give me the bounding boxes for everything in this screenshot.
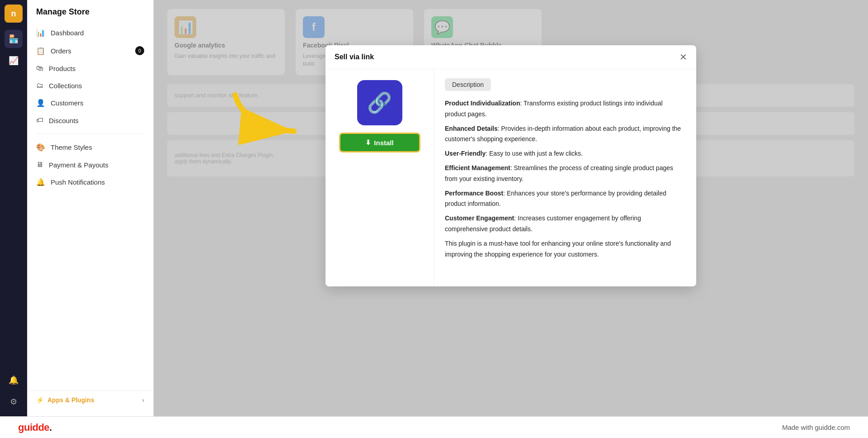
sidebar: Manage Store 📊 Dashboard 📋 Orders 0 🛍 Pr… xyxy=(27,0,154,416)
desc-line-7: This plugin is a must-have tool for enha… xyxy=(445,238,685,260)
logo-text: guidde xyxy=(18,422,49,433)
sidebar-item-label: Dashboard xyxy=(51,29,84,37)
push-icon: 🔔 xyxy=(36,178,45,186)
rail-icon-store[interactable]: 🏪 xyxy=(5,30,23,48)
modal-sell-via-link: Sell via link ✕ 🔗 ⬇ Install Description xyxy=(326,45,696,286)
sidebar-item-products[interactable]: 🛍 Products xyxy=(27,60,153,77)
discounts-icon: 🏷 xyxy=(36,116,43,124)
theme-icon: 🎨 xyxy=(36,143,45,152)
sidebar-item-label: Payment & Payouts xyxy=(49,161,108,169)
sidebar-apps-plugins[interactable]: ⚡ Apps & Plugins › xyxy=(27,390,153,409)
download-icon: ⬇ xyxy=(365,138,371,147)
desc-line-6: Customer Engagement: Increases customer … xyxy=(445,213,685,235)
main-content: 📊 Google analytics Gain valuable insight… xyxy=(154,0,868,416)
sidebar-divider xyxy=(36,133,144,134)
sidebar-item-dashboard[interactable]: 📊 Dashboard xyxy=(27,24,153,42)
modal-title: Sell via link xyxy=(335,53,374,61)
apps-label: Apps & Plugins xyxy=(47,396,94,404)
install-button[interactable]: ⬇ Install xyxy=(339,133,420,152)
modal-header: Sell via link ✕ xyxy=(326,45,696,69)
sidebar-item-label: Orders xyxy=(51,47,71,55)
sidebar-item-collections[interactable]: 🗂 Collections xyxy=(27,77,153,94)
desc-line-1: Product Individualization: Transforms ex… xyxy=(445,98,685,120)
collections-icon: 🗂 xyxy=(36,81,43,90)
apps-icon: ⚡ xyxy=(36,396,44,404)
sidebar-item-push[interactable]: 🔔 Push Notifications xyxy=(27,173,153,191)
modal-left-panel: 🔗 ⬇ Install xyxy=(326,69,434,286)
dashboard-icon: 📊 xyxy=(36,29,45,37)
rail-icon-notifications[interactable]: 🔔 xyxy=(5,371,23,389)
modal-body: 🔗 ⬇ Install Description Product Individu… xyxy=(326,69,696,286)
plugin-icon: 🔗 xyxy=(357,80,402,125)
sidebar-item-label: Customers xyxy=(51,99,84,107)
sidebar-item-discounts[interactable]: 🏷 Discounts xyxy=(27,112,153,129)
modal-close-button[interactable]: ✕ xyxy=(679,52,687,62)
rail-icon-settings[interactable]: ⚙ xyxy=(5,393,23,411)
orders-badge: 0 xyxy=(135,46,144,55)
desc-line-4: Efficient Management: Streamlines the pr… xyxy=(445,163,685,185)
sidebar-item-customers[interactable]: 👤 Customers xyxy=(27,94,153,112)
sidebar-title: Manage Store xyxy=(27,7,153,24)
sidebar-item-label: Discounts xyxy=(49,117,79,124)
sidebar-item-label: Products xyxy=(49,65,75,72)
customers-icon: 👤 xyxy=(36,99,45,107)
sidebar-item-label: Collections xyxy=(49,82,82,90)
description-tab[interactable]: Description xyxy=(445,78,491,91)
footer-credit: Made with guidde.com xyxy=(782,424,850,431)
logo-dot: . xyxy=(49,422,52,433)
sidebar-item-label: Push Notifications xyxy=(51,178,105,186)
modal-right-panel: Description Product Individualization: T… xyxy=(434,69,696,286)
rail-icon-analytics[interactable]: 📈 xyxy=(5,52,23,70)
desc-line-3: User-Friendly: Easy to use with just a f… xyxy=(445,148,685,159)
sidebar-item-orders[interactable]: 📋 Orders 0 xyxy=(27,42,153,60)
sidebar-item-theme-styles[interactable]: 🎨 Theme Styles xyxy=(27,138,153,156)
payment-icon: 🖥 xyxy=(36,161,43,169)
desc-line-5: Performance Boost: Enhances your store's… xyxy=(445,188,685,210)
sidebar-item-payment[interactable]: 🖥 Payment & Payouts xyxy=(27,156,153,173)
footer: guidde. Made with guidde.com xyxy=(0,416,868,438)
orders-icon: 📋 xyxy=(36,47,45,55)
icon-rail: n 🏪 📈 🔔 ⚙ xyxy=(0,0,27,416)
chevron-right-icon: › xyxy=(142,396,144,404)
modal-description: Product Individualization: Transforms ex… xyxy=(445,98,685,260)
sidebar-item-label: Theme Styles xyxy=(51,143,92,151)
products-icon: 🛍 xyxy=(36,64,43,72)
desc-line-2: Enhanced Details: Provides in-depth info… xyxy=(445,124,685,145)
app-logo: n xyxy=(5,5,23,23)
footer-logo: guidde. xyxy=(18,422,52,433)
